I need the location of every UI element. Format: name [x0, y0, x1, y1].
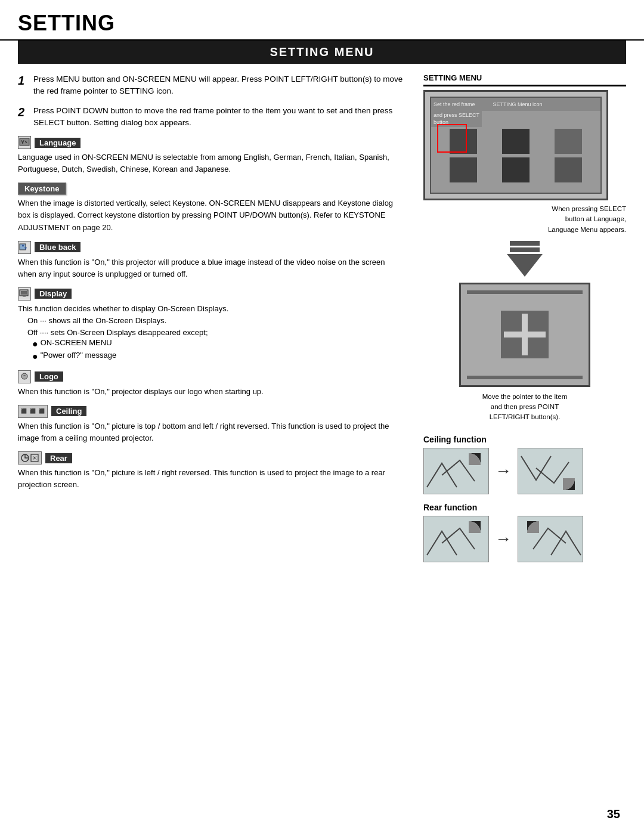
page-title: SETTING	[0, 0, 644, 41]
svg-rect-3	[21, 291, 27, 295]
step-text-2: Press POINT DOWN button to move the red …	[33, 105, 405, 129]
annotation-set-red-frame: Set the red frame	[434, 101, 475, 107]
logo-label: Logo	[35, 371, 63, 382]
language-text: Language used in ON-SCREEN MENU is selec…	[18, 151, 405, 175]
feature-ceiling-header: ⬛ ⬛ ⬛ Ceiling	[18, 405, 405, 418]
bullet-dot-1: ●	[32, 338, 38, 351]
feature-logo: Logo When this function is "On," project…	[18, 370, 405, 398]
svg-rect-1	[20, 244, 26, 250]
keystone-label: Keystone	[18, 182, 66, 195]
feature-display-header: Display	[18, 287, 405, 301]
annotation-setting-menu-icon: SETTING Menu icon	[493, 101, 543, 107]
rear-icon	[18, 451, 42, 465]
ceiling-function-label: Ceiling function	[423, 435, 626, 444]
ceiling-after-diagram	[518, 448, 583, 494]
display-bullet-text-2: "Power off?" message	[41, 351, 117, 360]
step-number-2: 2	[18, 105, 29, 129]
right-setting-menu-label: SETTING MENU	[423, 73, 626, 82]
menu-screenshot-diagram: Set the red frame SETTING Menu icon and …	[423, 90, 608, 200]
display-bullet-1: ● ON-SCREEN MENU	[32, 338, 405, 351]
ceiling-before-diagram	[423, 448, 489, 494]
feature-language-header: Language	[18, 136, 405, 149]
keystone-diagram	[459, 283, 590, 387]
feature-display: Display This function decides whether to…	[18, 287, 405, 363]
select-note: When pressing SELECTbutton at Language,L…	[423, 204, 626, 235]
display-bullet-2: ● "Power off?" message	[32, 351, 405, 363]
blue-back-text: When this function is "On," this project…	[18, 256, 405, 280]
rear-before-diagram	[423, 516, 489, 562]
left-column: 1 Press MENU button and ON-SCREEN MENU w…	[18, 73, 405, 571]
feature-keystone-header: Keystone	[18, 182, 405, 195]
step-1: 1 Press MENU button and ON-SCREEN MENU w…	[18, 73, 405, 98]
feature-rear: Rear When this function is "On," picture…	[18, 451, 405, 491]
logo-icon	[18, 370, 31, 383]
keystone-text: When the image is distorted vertically, …	[18, 197, 405, 233]
feature-logo-header: Logo	[18, 370, 405, 383]
rear-function-label: Rear function	[423, 503, 626, 512]
ceiling-label: Ceiling	[51, 406, 86, 416]
page-number: 35	[607, 807, 620, 821]
rear-after-diagram	[518, 516, 583, 562]
display-bullet-text-1: ON-SCREEN MENU	[41, 338, 112, 347]
rear-arrow: →	[495, 529, 512, 549]
feature-keystone: Keystone When the image is distorted ver…	[18, 182, 405, 233]
bullet-dot-2: ●	[32, 351, 38, 363]
display-text: This function decides whether to display…	[18, 303, 405, 315]
feature-rear-header: Rear	[18, 451, 405, 465]
rear-function-diagrams: →	[423, 516, 626, 562]
blue-back-label: Blue back	[35, 242, 80, 252]
arrow-down-container	[423, 241, 626, 277]
step-number-1: 1	[18, 73, 29, 98]
language-label: Language	[35, 138, 80, 148]
step-text-1: Press MENU button and ON-SCREEN MENU wil…	[33, 73, 405, 98]
ceiling-function-diagrams: →	[423, 448, 626, 494]
annotation-press-select: and press SELECT	[434, 112, 479, 119]
feature-blue-back-header: Blue back	[18, 241, 405, 254]
ceiling-arrow: →	[495, 462, 512, 481]
svg-rect-0	[20, 138, 29, 145]
arrow-down-shape	[507, 254, 543, 277]
rear-label: Rear	[45, 453, 72, 463]
display-sub-on: On ··· shows all the On-Screen Displays.	[27, 315, 405, 327]
language-icon	[18, 136, 31, 149]
rear-text: When this function is "On," picture is l…	[18, 467, 405, 491]
display-icon	[18, 287, 31, 301]
pointer-note: Move the pointer to the itemand then pre…	[423, 392, 626, 423]
logo-text: When this function is "On," projector di…	[18, 386, 405, 398]
feature-ceiling: ⬛ ⬛ ⬛ Ceiling When this function is "On,…	[18, 405, 405, 444]
ceiling-icon: ⬛ ⬛ ⬛	[18, 405, 48, 418]
feature-language: Language Language used in ON-SCREEN MENU…	[18, 136, 405, 175]
svg-rect-4	[23, 296, 26, 297]
section-header: SETTING MENU	[18, 41, 626, 64]
blue-back-icon	[18, 241, 31, 254]
display-sub-off: Off ···· sets On-Screen Displays disappe…	[27, 327, 405, 339]
right-column: SETTING MENU Set the red frame SETTING M…	[423, 73, 626, 571]
ceiling-text: When this function is "On," picture is t…	[18, 420, 405, 444]
feature-blue-back: Blue back When this function is "On," th…	[18, 241, 405, 280]
step-2: 2 Press POINT DOWN button to move the re…	[18, 105, 405, 129]
display-label: Display	[35, 289, 72, 299]
